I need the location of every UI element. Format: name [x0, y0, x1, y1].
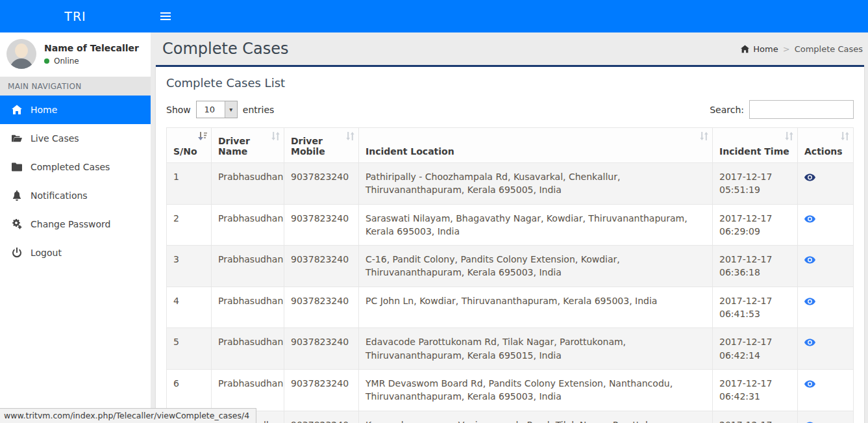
folder-open-icon — [11, 133, 22, 144]
cell-sno: 2 — [167, 204, 212, 246]
column-header-driver-name[interactable]: Driver Name — [212, 128, 284, 163]
sidebar-item-label: Logout — [31, 248, 62, 258]
eye-icon — [804, 339, 815, 346]
column-header-sno[interactable]: S/No — [167, 128, 212, 163]
cell-incident-time: 2017-12-17 05:51:19 — [713, 163, 798, 205]
bell-icon — [11, 190, 22, 201]
search-label: Search: — [710, 105, 744, 115]
sidebar-item-label: Home — [31, 105, 57, 115]
cell-incident-location: Edavacode Parottukonam Rd, Tilak Nagar, … — [359, 328, 713, 370]
sidebar-item-live-cases[interactable]: Live Cases — [0, 124, 151, 153]
sidebar-item-label: Change Password — [31, 219, 110, 229]
sidebar-item-home[interactable]: Home — [0, 96, 151, 124]
sort-both-icon — [700, 132, 708, 142]
column-header-incident-time[interactable]: Incident Time — [713, 128, 798, 163]
browser-status-link-preview: www.tritvm.com/index.php/Telecaller/view… — [0, 408, 256, 423]
sidebar-item-label: Completed Cases — [31, 162, 110, 172]
cell-incident-time: 2017-12-17 06:29:09 — [713, 204, 798, 246]
view-case-button[interactable] — [804, 256, 815, 264]
view-case-button[interactable] — [804, 298, 815, 305]
view-case-button[interactable] — [804, 215, 815, 223]
table-row: 7 Prabhasudhan 9037823240 Kesavadasapura… — [167, 411, 854, 423]
cell-driver-mobile: 9037823240 — [284, 246, 359, 287]
column-header-incident-location[interactable]: Incident Location — [359, 128, 713, 163]
hamburger-icon — [160, 10, 171, 22]
content-area: Complete Cases Home > Complete Cases Com… — [151, 32, 868, 423]
gears-icon — [11, 219, 22, 229]
entries-select[interactable]: 10 — [196, 101, 238, 118]
cell-incident-time: 2017-12-17 06:42:31 — [713, 369, 798, 411]
eye-icon — [804, 215, 815, 223]
user-status-label: Online — [54, 57, 79, 66]
sidebar-menu: Home Live Cases Completed Cases Notifica… — [0, 96, 151, 267]
eye-icon — [804, 256, 815, 264]
cell-sno: 4 — [167, 287, 212, 328]
cell-sno: 1 — [167, 163, 212, 205]
view-case-button[interactable] — [804, 380, 815, 388]
cell-incident-time: 2017-12-17 06:41:53 — [713, 287, 798, 328]
cell-incident-location: C-16, Pandit Colony, Pandits Colony Exte… — [359, 246, 713, 287]
sidebar-item-change-password[interactable]: Change Password — [0, 210, 151, 238]
cell-driver-mobile: 9037823240 — [284, 328, 359, 370]
home-icon — [741, 45, 749, 53]
cell-incident-time: 2017-12-17 06:36:18 — [713, 246, 798, 287]
table-row: 6 Prabhasudhan 9037823240 YMR Devaswom B… — [167, 369, 854, 411]
cell-driver-name: Prabhasudhan — [212, 204, 284, 246]
breadcrumb-separator: > — [783, 44, 790, 54]
cell-driver-mobile: 9037823240 — [284, 369, 359, 411]
cell-incident-location: PC John Ln, Kowdiar, Thiruvananthapuram,… — [359, 287, 713, 328]
top-navbar: TRI — [0, 0, 868, 32]
breadcrumb-home-link[interactable]: Home — [741, 44, 778, 54]
cell-incident-location: Saraswati Nilayam, Bhagavathy Nagar, Kow… — [359, 204, 713, 246]
user-panel: Name of Telecaller Online — [0, 32, 151, 77]
column-header-actions[interactable]: Actions — [798, 128, 854, 163]
view-case-button[interactable] — [804, 339, 815, 346]
cell-sno: 6 — [167, 369, 212, 411]
online-status-icon — [44, 58, 49, 64]
eye-icon — [804, 298, 815, 305]
table-row: 2 Prabhasudhan 9037823240 Saraswati Nila… — [167, 204, 854, 246]
column-header-driver-mobile[interactable]: Driver Mobile — [284, 128, 359, 163]
nav-section-label: MAIN NAVIGATION — [0, 77, 151, 96]
complete-cases-table: S/No Driver Name Driver Mo — [166, 127, 854, 423]
cell-driver-name: Prabhasudhan — [212, 328, 284, 370]
search-control: Search: — [710, 100, 854, 119]
eye-icon — [804, 380, 815, 388]
sort-both-icon — [785, 132, 793, 142]
breadcrumb-current: Complete Cases — [795, 44, 863, 54]
sidebar-item-completed-cases[interactable]: Completed Cases — [0, 153, 151, 181]
cell-sno: 5 — [167, 328, 212, 370]
sort-both-icon — [346, 132, 354, 142]
cell-driver-name: Prabhasudhan — [212, 246, 284, 287]
entries-label: entries — [243, 105, 275, 115]
sidebar-item-label: Notifications — [31, 190, 88, 201]
breadcrumb: Home > Complete Cases — [741, 44, 863, 54]
table-row: 4 Prabhasudhan 9037823240 PC John Ln, Ko… — [167, 287, 854, 328]
power-icon — [11, 248, 22, 258]
cell-incident-location: Kesavadasapuram - Venjaramoodu Road, Til… — [359, 411, 713, 423]
brand-logo[interactable]: TRI — [0, 0, 151, 32]
cell-driver-name: Prabhasudhan — [212, 369, 284, 411]
eye-icon — [804, 173, 815, 181]
folder-icon — [11, 162, 22, 172]
search-input[interactable] — [749, 100, 854, 119]
table-row: 5 Prabhasudhan 9037823240 Edavacode Paro… — [167, 328, 854, 370]
view-case-button[interactable] — [804, 173, 815, 181]
cell-driver-mobile: 9037823240 — [284, 287, 359, 328]
sidebar-item-logout[interactable]: Logout — [0, 238, 151, 267]
sidebar-toggle-button[interactable] — [151, 0, 180, 32]
page-title: Complete Cases — [162, 40, 289, 58]
sidebar-item-notifications[interactable]: Notifications — [0, 181, 151, 210]
sidebar-item-label: Live Cases — [31, 133, 79, 144]
table-row: 3 Prabhasudhan 9037823240 C-16, Pandit C… — [167, 246, 854, 287]
cell-sno: 3 — [167, 246, 212, 287]
cell-driver-mobile: 9037823240 — [284, 163, 359, 205]
entries-length-control: Show 10 ▾ entries — [166, 101, 274, 118]
sort-both-icon — [841, 132, 849, 142]
complete-cases-card: Complete Cases List Show 10 ▾ entries Se… — [156, 65, 864, 423]
table-row: 1 Prabhasudhan 9037823240 Pathiripally -… — [167, 163, 854, 205]
table-header-row: S/No Driver Name Driver Mo — [167, 128, 854, 163]
cell-incident-time: 2017-12-17 07:54:24 — [713, 411, 798, 423]
cell-incident-time: 2017-12-17 06:42:14 — [713, 328, 798, 370]
user-name: Name of Telecaller — [44, 43, 139, 53]
